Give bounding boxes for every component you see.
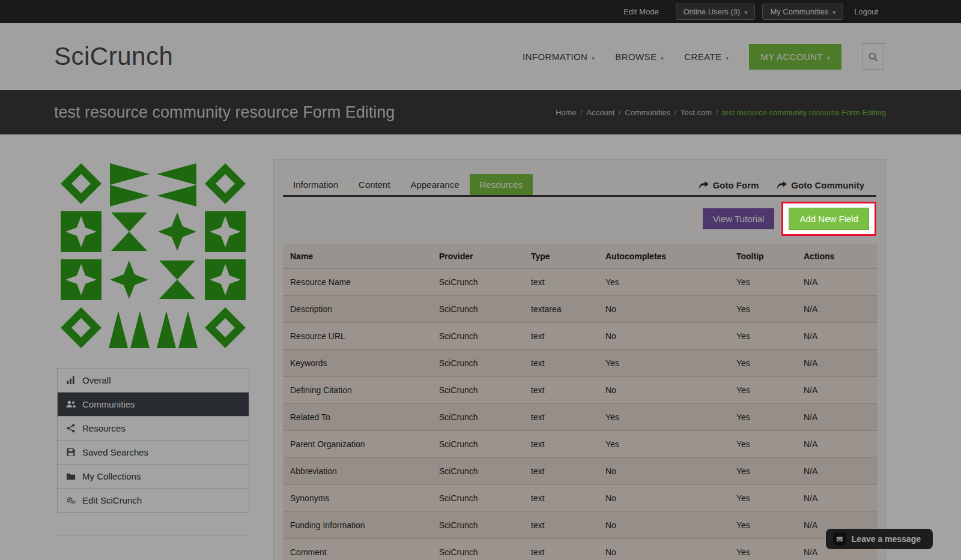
goto-community-link[interactable]: Goto Community [777,180,864,190]
table-row: Funding InformationSciCrunchtextNoYesN/A [283,512,878,539]
table-cell: Abbreviation [283,458,432,485]
main-navigation: INFORMATION BROWSE CREATE MY ACCOUNT [523,43,884,70]
edit-mode-label: Edit Mode [623,7,659,16]
table-cell: SciCrunch [432,377,524,404]
table-cell: No [598,296,729,323]
table-cell: N/A [796,431,878,458]
forward-arrow-icon [777,181,787,189]
table-cell: No [598,512,729,539]
sidebar-item-communities[interactable]: Communities [58,393,249,417]
action-buttons-row: View Tutorial Add New Field [283,202,876,236]
my-communities-label: My Communities [770,7,828,16]
page-title-bar: test resource community resource Form Ed… [0,90,961,134]
table-cell: SciCrunch [432,296,524,323]
breadcrumb: Home Account Communities Test.com test r… [556,108,886,117]
nav-label: BROWSE [615,52,656,62]
nav-information[interactable]: INFORMATION [523,52,595,62]
table-cell: text [524,323,598,350]
main-panel: Information Content Appearance Resources… [273,159,886,560]
nav-browse[interactable]: BROWSE [615,52,664,62]
community-logo [57,160,249,352]
gears-icon [66,496,76,505]
table-cell: Comment [283,539,432,560]
table-cell: No [598,485,729,512]
sidebar-item-edit-scicrunch[interactable]: Edit SciCrunch [58,489,249,513]
nav-create[interactable]: CREATE [684,52,729,62]
floppy-disk-icon [66,448,76,457]
table-row: Defining CitationSciCrunchtextNoYesN/A [283,377,878,404]
table-cell: Resource URL [283,323,432,350]
chat-widget[interactable]: Leave a message [826,529,933,549]
resource-fields-table: NameProviderTypeAutocompletesTooltipActi… [283,244,878,560]
sidebar-menu: Overall Communities Resources Saved Sear… [57,368,249,513]
edit-mode-link[interactable]: Edit Mode [614,7,668,16]
sidebar-item-resources[interactable]: Resources [58,417,249,441]
breadcrumb-communities[interactable]: Communities [625,108,681,117]
table-cell: Yes [598,269,729,296]
table-cell: Yes [729,377,796,404]
tab-resources[interactable]: Resources [470,174,533,195]
table-cell: text [524,269,598,296]
table-cell: text [524,539,598,560]
table-header-cell: Type [524,244,598,269]
table-cell: text [524,404,598,431]
sidebar-item-overall[interactable]: Overall [58,369,249,393]
table-header-row: NameProviderTypeAutocompletesTooltipActi… [283,244,878,269]
goto-form-link[interactable]: Goto Form [699,180,759,190]
search-button[interactable] [862,43,884,70]
chevron-down-icon [744,7,747,16]
table-row: SynonymsSciCrunchtextNoYesN/A [283,485,878,512]
tab-content[interactable]: Content [348,174,401,195]
table-cell: Yes [729,431,796,458]
my-communities-dropdown[interactable]: My Communities [762,4,843,20]
tab-appearance[interactable]: Appearance [401,174,470,195]
table-cell: text [524,485,598,512]
sidebar-item-label: Overall [82,375,111,385]
table-cell: N/A [796,323,878,350]
tab-bar: Information Content Appearance Resources… [283,174,876,197]
share-nodes-icon [66,424,76,433]
breadcrumb-account[interactable]: Account [587,108,625,117]
site-logo[interactable]: SciCrunch [54,42,173,71]
table-cell: Yes [729,350,796,377]
breadcrumb-home[interactable]: Home [556,108,587,117]
table-cell: text [524,350,598,377]
table-row: CommentSciCrunchtextNoYesN/A [283,539,878,560]
table-cell: Yes [729,485,796,512]
table-header-cell: Autocompletes [598,244,729,269]
my-account-button[interactable]: MY ACCOUNT [749,44,841,70]
chat-label: Leave a message [852,534,921,544]
table-cell: text [524,512,598,539]
view-tutorial-button[interactable]: View Tutorial [703,208,775,229]
page-title: test resource community resource Form Ed… [54,103,395,122]
add-new-field-button[interactable]: Add New Field [789,208,869,230]
table-header-cell: Name [283,244,432,269]
table-cell: No [598,323,729,350]
table-cell: text [524,377,598,404]
folder-icon [66,472,76,481]
logout-link[interactable]: Logout [854,7,878,16]
table-cell: Yes [598,404,729,431]
sidebar-item-my-collections[interactable]: My Collections [58,465,249,489]
sidebar-item-label: Communities [82,399,135,409]
table-header-cell: Actions [796,244,878,269]
table-cell: textarea [524,296,598,323]
table-cell: N/A [796,458,878,485]
tab-information[interactable]: Information [283,174,348,195]
table-cell: No [598,458,729,485]
table-cell: N/A [796,350,878,377]
table-cell: Yes [729,539,796,560]
table-cell: Parent Organization [283,431,432,458]
table-row: Parent OrganizationSciCrunchtextYesYesN/… [283,431,878,458]
online-users-label: Online Users (3) [684,7,741,16]
breadcrumb-testcom[interactable]: Test.com [681,108,722,117]
online-users-dropdown[interactable]: Online Users (3) [676,4,756,20]
sidebar-item-label: Resources [82,423,126,433]
chevron-down-icon [592,52,595,62]
table-cell: N/A [796,404,878,431]
sidebar-item-saved-searches[interactable]: Saved Searches [58,441,249,465]
nav-label: INFORMATION [523,52,587,62]
table-cell: Resource Name [283,269,432,296]
table-row: KeywordsSciCrunchtextYesYesN/A [283,350,878,377]
resource-table-body: Resource NameSciCrunchtextYesYesN/ADescr… [283,269,878,560]
